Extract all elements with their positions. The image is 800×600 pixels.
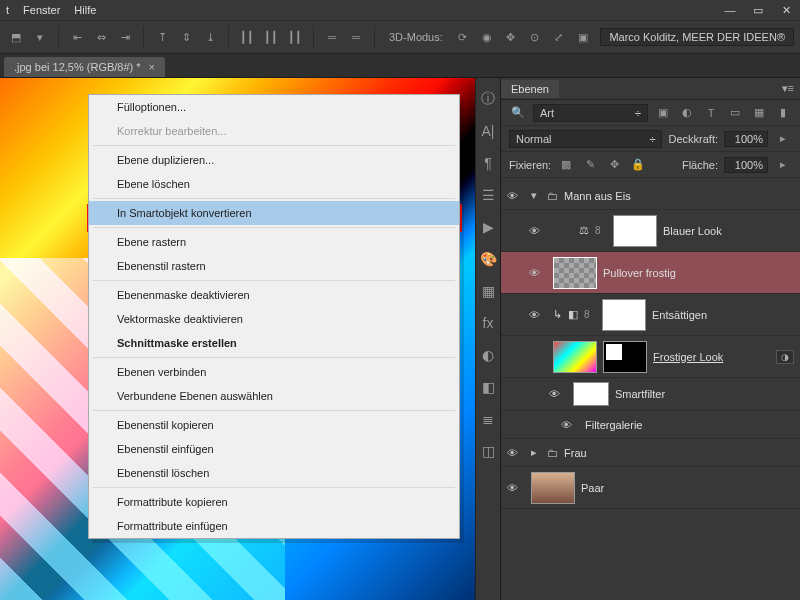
filter-shape-icon[interactable]: ▭ [726, 104, 744, 122]
panel-icon[interactable]: ☰ [479, 186, 497, 204]
tab-close-icon[interactable]: × [149, 61, 155, 73]
context-menu-item[interactable]: In Smartobjekt konvertieren [89, 201, 459, 225]
menu-hilfe[interactable]: Hilfe [74, 4, 96, 16]
visibility-icon[interactable]: 👁 [529, 309, 547, 321]
visibility-icon[interactable]: 👁 [507, 190, 525, 202]
dropdown-icon[interactable]: ▾ [30, 27, 50, 47]
context-menu-item[interactable]: Formattribute einfügen [89, 514, 459, 538]
context-menu-item[interactable]: Ebenen verbinden [89, 360, 459, 384]
tab-ebenen[interactable]: Ebenen [501, 80, 559, 98]
context-menu-item[interactable]: Vektormaske deaktivieren [89, 307, 459, 331]
layer-group[interactable]: 👁 ▸ 🗀 Frau [501, 439, 800, 467]
visibility-icon[interactable]: 👁 [507, 447, 525, 459]
layer-name[interactable]: Blauer Look [663, 225, 722, 237]
menu-fenster[interactable]: Fenster [23, 4, 60, 16]
layer-name[interactable]: Frostiger Look [653, 351, 723, 363]
layer-mask-thumb[interactable] [613, 215, 657, 247]
panel-menu-icon[interactable]: ▾≡ [776, 82, 800, 95]
filter-type-icon[interactable]: T [702, 104, 720, 122]
align-icon[interactable]: ⇔ [91, 27, 111, 47]
chevron-down-icon[interactable]: ▸ [774, 156, 792, 174]
layer-name[interactable]: Frau [564, 447, 587, 459]
context-menu-item[interactable]: Ebenenstil rastern [89, 254, 459, 278]
filter-mask-thumb[interactable] [573, 382, 609, 406]
layer-thumb[interactable] [531, 472, 575, 504]
opacity-field[interactable]: 100% [724, 131, 768, 147]
3d-icon[interactable]: ◉ [477, 27, 497, 47]
visibility-icon[interactable]: 👁 [529, 267, 547, 279]
layer-group[interactable]: 👁 ▾ 🗀 Mann aus Eis [501, 182, 800, 210]
align-icon[interactable]: ⇕ [176, 27, 196, 47]
distribute-icon[interactable]: ═ [346, 27, 366, 47]
filter-toggle[interactable]: ▮ [774, 104, 792, 122]
layer-mask-thumb[interactable] [603, 341, 647, 373]
layer-name[interactable]: Pullover frostig [603, 267, 676, 279]
play-icon[interactable]: ▶ [479, 218, 497, 236]
styles-panel-icon[interactable]: fx [479, 314, 497, 332]
context-menu-item[interactable]: Ebenenmaske deaktivieren [89, 283, 459, 307]
distribute-icon[interactable]: ═ [322, 27, 342, 47]
context-menu-item[interactable]: Fülloptionen... [89, 95, 459, 119]
align-icon[interactable]: ⤒ [152, 27, 172, 47]
layer-name[interactable]: Paar [581, 482, 604, 494]
color-panel-icon[interactable]: 🎨 [479, 250, 497, 268]
3d-icon[interactable]: ⟳ [453, 27, 473, 47]
smart-filters-row[interactable]: 👁 Smartfilter [501, 378, 800, 411]
navigator-panel-icon[interactable]: ◫ [479, 442, 497, 460]
fill-field[interactable]: 100% [724, 157, 768, 173]
layer-row[interactable]: 👁 ⚖ 8 Blauer Look [501, 210, 800, 252]
layer-row-selected[interactable]: 👁 Pullover frostig [501, 252, 800, 294]
context-menu-item[interactable]: Ebene rastern [89, 230, 459, 254]
tool-icon[interactable]: ⬒ [6, 27, 26, 47]
search-icon[interactable]: 🔍 [509, 104, 527, 122]
filter-adjust-icon[interactable]: ◐ [678, 104, 696, 122]
context-menu-item[interactable]: Schnittmaske erstellen [89, 331, 459, 355]
lock-all-icon[interactable]: 🔒 [629, 156, 647, 174]
context-menu-item[interactable]: Ebenenstil einfügen [89, 437, 459, 461]
document-tab[interactable]: .jpg bei 12,5% (RGB/8#) * × [4, 57, 165, 77]
filter-kind-select[interactable]: Art÷ [533, 104, 648, 122]
visibility-icon[interactable]: 👁 [561, 419, 579, 431]
adjustments-panel-icon[interactable]: ◐ [479, 346, 497, 364]
context-menu-item[interactable]: Ebenenstil kopieren [89, 413, 459, 437]
align-icon[interactable]: ⤓ [200, 27, 220, 47]
layer-row[interactable]: 👁 Frostiger Look ◑ [501, 336, 800, 378]
filter-pixel-icon[interactable]: ▣ [654, 104, 672, 122]
distribute-icon[interactable]: ┃┃ [261, 27, 281, 47]
align-icon[interactable]: ⇥ [115, 27, 135, 47]
layer-mask-thumb[interactable] [602, 299, 646, 331]
filter-smart-icon[interactable]: ▦ [750, 104, 768, 122]
close-button[interactable]: ✕ [772, 0, 800, 20]
expand-icon[interactable]: ▸ [531, 446, 541, 459]
paragraph-panel-icon[interactable]: ¶ [479, 154, 497, 172]
layer-thumb[interactable] [553, 341, 597, 373]
3d-icon[interactable]: ⊙ [525, 27, 545, 47]
visibility-icon[interactable]: 👁 [549, 388, 567, 400]
minimize-button[interactable]: — [716, 0, 744, 20]
layer-name[interactable]: Mann aus Eis [564, 190, 631, 202]
swatches-panel-icon[interactable]: ▦ [479, 282, 497, 300]
filter-row[interactable]: 👁 Filtergalerie [501, 411, 800, 439]
layer-row[interactable]: 👁 ↳ ◧ 8 Entsättigen [501, 294, 800, 336]
distribute-icon[interactable]: ┃┃ [237, 27, 257, 47]
filter-name[interactable]: Filtergalerie [585, 419, 642, 431]
lock-brush-icon[interactable]: ✎ [581, 156, 599, 174]
context-menu-item[interactable]: Ebenenstil löschen [89, 461, 459, 485]
history-panel-icon[interactable]: ≣ [479, 410, 497, 428]
context-menu-item[interactable]: Ebene löschen [89, 172, 459, 196]
chevron-down-icon[interactable]: ▸ [774, 130, 792, 148]
layer-row[interactable]: 👁 Paar [501, 467, 800, 509]
info-panel-icon[interactable]: ⓘ [479, 90, 497, 108]
user-badge[interactable]: Marco Kolditz, MEER DER IDEEN® [600, 28, 794, 46]
visibility-icon[interactable]: 👁 [529, 225, 547, 237]
3d-icon[interactable]: ▣ [573, 27, 593, 47]
panel-icon[interactable]: ◧ [479, 378, 497, 396]
layer-name[interactable]: Entsättigen [652, 309, 707, 321]
character-panel-icon[interactable]: A| [479, 122, 497, 140]
menu-item[interactable]: t [6, 4, 9, 16]
context-menu-item[interactable]: Verbundene Ebenen auswählen [89, 384, 459, 408]
expand-icon[interactable]: ▾ [531, 189, 541, 202]
align-icon[interactable]: ⇤ [67, 27, 87, 47]
context-menu-item[interactable]: Ebene duplizieren... [89, 148, 459, 172]
visibility-icon[interactable]: 👁 [507, 482, 525, 494]
